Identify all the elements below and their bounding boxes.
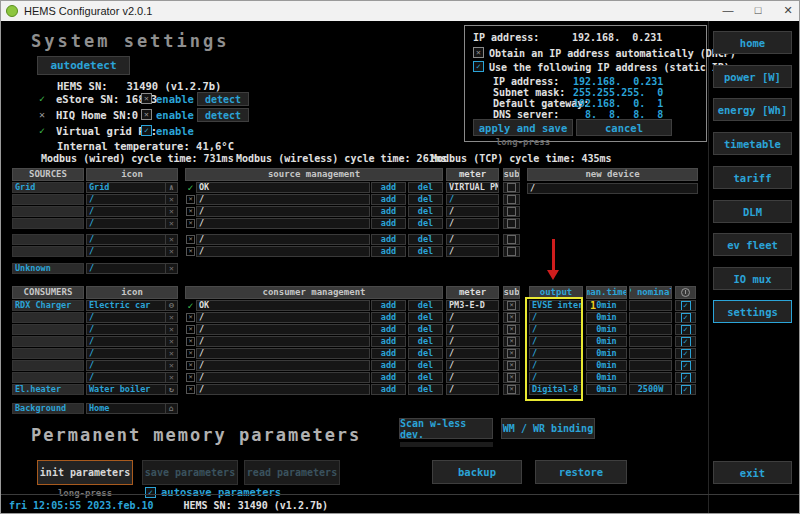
- add-button[interactable]: add: [371, 336, 406, 347]
- sub-checkbox[interactable]: ✕: [507, 337, 516, 346]
- sub-checkbox[interactable]: ✕: [507, 373, 516, 382]
- sub-checkbox[interactable]: [507, 207, 516, 216]
- clear-icon[interactable]: ✕: [165, 247, 177, 256]
- del-button[interactable]: del: [408, 336, 443, 347]
- sub-checkbox-cell[interactable]: [503, 206, 520, 217]
- add-button[interactable]: add: [371, 348, 406, 359]
- consumer-icon-cell[interactable]: Electric car⊖: [86, 300, 178, 311]
- timer-checkbox-cell[interactable]: ✓: [675, 300, 696, 311]
- sub-checkbox[interactable]: ✕: [507, 385, 516, 394]
- boiler-icon[interactable]: ↻: [165, 385, 177, 394]
- del-button[interactable]: del: [408, 218, 443, 229]
- sub-checkbox-cell[interactable]: [503, 182, 520, 193]
- cancel-button[interactable]: cancel: [576, 119, 672, 136]
- virtual-grid-enable-checkbox[interactable]: ✓: [141, 125, 152, 136]
- management-cell[interactable]: OK: [196, 182, 370, 193]
- source-icon-cell[interactable]: /✕: [86, 218, 178, 229]
- consumer-icon-cell[interactable]: /✕: [86, 312, 178, 323]
- man-time-cell[interactable]: 0min: [586, 372, 627, 383]
- sidebar-item-ev-fleet[interactable]: ev fleet: [713, 233, 792, 256]
- sub-checkbox-cell[interactable]: ✕: [503, 324, 520, 335]
- hiq-detect-button[interactable]: detect: [197, 108, 249, 122]
- source-icon-cell[interactable]: Grid∧: [86, 182, 178, 193]
- close-button[interactable]: ✕: [773, 1, 800, 21]
- consumer-label-cell[interactable]: El.heater: [12, 384, 84, 395]
- source-label-cell[interactable]: [12, 194, 84, 205]
- source-icon-cell[interactable]: /✕: [86, 234, 178, 245]
- add-button[interactable]: add: [371, 384, 406, 395]
- estore-enable-checkbox[interactable]: ✕: [141, 93, 152, 104]
- sub-checkbox[interactable]: [507, 235, 516, 244]
- management-cell[interactable]: OK: [196, 300, 370, 311]
- sidebar-item-io-mux[interactable]: IO mux: [713, 267, 792, 290]
- save-parameters-button[interactable]: save parameters: [142, 460, 238, 485]
- p-nominal-cell[interactable]: [629, 324, 672, 335]
- sidebar-item-power[interactable]: power [W]: [713, 65, 792, 88]
- del-button[interactable]: del: [408, 384, 443, 395]
- sub-checkbox[interactable]: [507, 183, 516, 192]
- consumer-label-cell[interactable]: [12, 348, 84, 359]
- home-icon[interactable]: ⌂: [165, 404, 177, 413]
- meter-cell[interactable]: VIRTUAL PM: [446, 182, 499, 193]
- p-nominal-cell[interactable]: 2500W: [629, 384, 672, 395]
- meter-cell[interactable]: /: [446, 348, 499, 359]
- add-button[interactable]: add: [371, 360, 406, 371]
- source-label-cell[interactable]: Unknown: [12, 263, 84, 274]
- del-button[interactable]: del: [408, 300, 443, 311]
- sub-checkbox[interactable]: ✕: [507, 313, 516, 322]
- sub-checkbox[interactable]: ✕: [507, 361, 516, 370]
- meter-cell[interactable]: /: [446, 336, 499, 347]
- apply-and-save-button[interactable]: apply and save: [473, 119, 573, 136]
- sub-checkbox[interactable]: ✕: [507, 325, 516, 334]
- add-button[interactable]: add: [371, 182, 406, 193]
- management-cell[interactable]: /: [196, 372, 370, 383]
- del-button[interactable]: del: [408, 372, 443, 383]
- clear-icon[interactable]: ✕: [165, 349, 177, 358]
- source-icon-cell[interactable]: /✕: [86, 194, 178, 205]
- add-button[interactable]: add: [371, 372, 406, 383]
- timer-checkbox-cell[interactable]: ✓: [675, 384, 696, 395]
- clear-icon[interactable]: ✕: [165, 373, 177, 382]
- backup-button[interactable]: backup: [432, 460, 522, 484]
- meter-cell[interactable]: /: [446, 234, 499, 245]
- sub-checkbox[interactable]: ✕: [507, 349, 516, 358]
- autodetect-button[interactable]: autodetect: [37, 56, 130, 75]
- man-time-cell[interactable]: 0min: [586, 324, 627, 335]
- sub-checkbox[interactable]: ✕: [507, 301, 516, 310]
- del-button[interactable]: del: [408, 348, 443, 359]
- add-button[interactable]: add: [371, 206, 406, 217]
- clear-icon[interactable]: ✕: [165, 195, 177, 204]
- consumer-icon-cell[interactable]: /✕: [86, 324, 178, 335]
- sub-checkbox-cell[interactable]: ✕: [503, 312, 520, 323]
- gateway-field-value[interactable]: 192.168. 0. 1: [573, 98, 663, 109]
- static-ip-checkbox[interactable]: ✓: [473, 61, 484, 72]
- p-nominal-cell[interactable]: [629, 336, 672, 347]
- timer-checkbox-cell[interactable]: ✓: [675, 348, 696, 359]
- sub-checkbox-cell[interactable]: ✕: [503, 384, 520, 395]
- clear-icon[interactable]: ✕: [165, 264, 177, 273]
- clear-icon[interactable]: ✕: [165, 207, 177, 216]
- man-time-cell[interactable]: 10min: [586, 300, 627, 311]
- p-nominal-cell[interactable]: [629, 372, 672, 383]
- meter-cell[interactable]: /: [446, 218, 499, 229]
- car-icon[interactable]: ⊖: [165, 301, 177, 310]
- consumer-label-cell[interactable]: Background: [12, 403, 84, 414]
- del-button[interactable]: del: [408, 234, 443, 245]
- p-nominal-cell[interactable]: [629, 360, 672, 371]
- management-cell[interactable]: /: [196, 234, 370, 245]
- del-button[interactable]: del: [408, 246, 443, 257]
- del-button[interactable]: del: [408, 194, 443, 205]
- man-time-cell[interactable]: 0min: [586, 360, 627, 371]
- man-time-cell[interactable]: 0min: [586, 312, 627, 323]
- source-label-cell[interactable]: [12, 206, 84, 217]
- timer-checkbox[interactable]: ✓: [681, 385, 691, 395]
- scan-wless-button[interactable]: Scan w-less dev.: [399, 418, 493, 439]
- meter-cell[interactable]: PM3-E-D: [446, 300, 499, 311]
- add-button[interactable]: add: [371, 324, 406, 335]
- consumer-label-cell[interactable]: [12, 360, 84, 371]
- meter-cell[interactable]: /: [446, 194, 499, 205]
- meter-cell[interactable]: /: [446, 312, 499, 323]
- timer-checkbox[interactable]: ✓: [681, 313, 691, 323]
- consumer-icon-cell[interactable]: /✕: [86, 372, 178, 383]
- sidebar-item-dlm[interactable]: DLM: [713, 200, 792, 223]
